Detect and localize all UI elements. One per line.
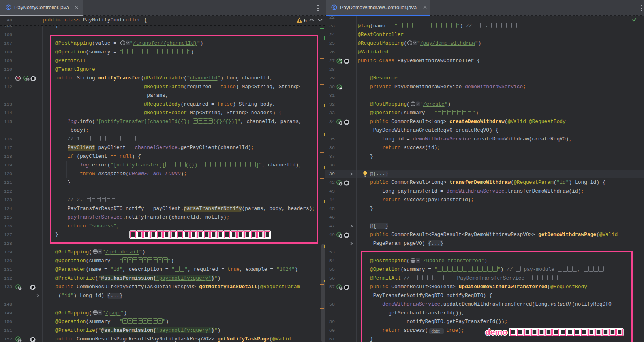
svg-text:C: C xyxy=(333,6,336,9)
svg-text:C: C xyxy=(7,6,10,9)
svg-text:6: 6 xyxy=(304,18,307,23)
svg-text:m: m xyxy=(16,76,19,80)
